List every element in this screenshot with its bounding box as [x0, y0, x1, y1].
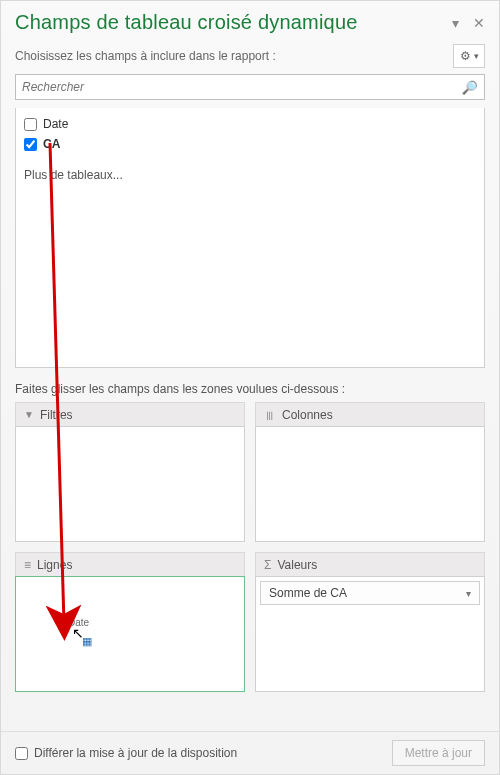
defer-checkbox[interactable]	[15, 747, 28, 760]
area-body-values[interactable]: Somme de CA ▾	[255, 576, 485, 692]
field-label: Date	[43, 117, 68, 131]
window-buttons: ▾ ✕	[452, 15, 485, 31]
columns-icon: ⫼	[264, 408, 276, 422]
field-checkbox-ca[interactable]	[24, 138, 37, 151]
area-rows: ≡ Lignes Date ↖ ▦	[15, 552, 245, 692]
search-box[interactable]: 🔍	[15, 74, 485, 100]
bottom-bar: Différer la mise à jour de la dispositio…	[1, 731, 499, 774]
drag-ghost-label: Date	[68, 617, 89, 628]
update-button: Mettre à jour	[392, 740, 485, 766]
area-label: Valeurs	[277, 558, 317, 572]
area-body-filters[interactable]	[15, 426, 245, 542]
field-checkbox-date[interactable]	[24, 118, 37, 131]
chevron-down-icon[interactable]: ▾	[466, 588, 471, 599]
sigma-icon: Σ	[264, 558, 271, 572]
area-header-values: Σ Valeurs	[255, 552, 485, 576]
drag-cursor-icon: ↖ ▦	[72, 625, 84, 641]
instruction-row: Choisissez les champs à inclure dans le …	[1, 40, 499, 74]
field-list: Date CA Plus de tableaux...	[15, 108, 485, 368]
pane-title: Champs de tableau croisé dynamique	[15, 11, 358, 34]
task-pane-options-icon[interactable]: ▾	[452, 15, 459, 31]
value-item-label: Somme de CA	[269, 586, 347, 600]
defer-layout-wrap[interactable]: Différer la mise à jour de la dispositio…	[15, 746, 237, 760]
pivot-field-pane: Champs de tableau croisé dynamique ▾ ✕ C…	[0, 0, 500, 775]
title-bar: Champs de tableau croisé dynamique ▾ ✕	[1, 1, 499, 40]
area-label: Lignes	[37, 558, 72, 572]
drag-instruction: Faites glisser les champs dans les zones…	[1, 368, 499, 402]
field-item-date[interactable]: Date	[24, 114, 476, 134]
area-columns: ⫼ Colonnes	[255, 402, 485, 542]
area-header-filters: ▼ Filtres	[15, 402, 245, 426]
area-header-rows: ≡ Lignes	[15, 552, 245, 576]
area-values: Σ Valeurs Somme de CA ▾	[255, 552, 485, 692]
filter-icon: ▼	[24, 409, 34, 420]
area-label: Colonnes	[282, 408, 333, 422]
area-header-columns: ⫼ Colonnes	[255, 402, 485, 426]
search-input[interactable]	[22, 80, 462, 94]
drop-areas: ▼ Filtres ⫼ Colonnes ≡ Lignes Date ↖ ▦	[1, 402, 499, 692]
field-label: CA	[43, 137, 60, 151]
chevron-down-icon: ▾	[474, 51, 479, 61]
rows-icon: ≡	[24, 558, 31, 572]
gear-icon: ⚙	[460, 49, 471, 63]
value-item-somme-ca[interactable]: Somme de CA ▾	[260, 581, 480, 605]
search-icon[interactable]: 🔍	[462, 80, 478, 95]
area-filters: ▼ Filtres	[15, 402, 245, 542]
area-body-rows[interactable]: Date ↖ ▦	[15, 576, 245, 692]
more-tables-link[interactable]: Plus de tableaux...	[24, 168, 476, 182]
field-instruction: Choisissez les champs à inclure dans le …	[15, 49, 276, 63]
defer-label: Différer la mise à jour de la dispositio…	[34, 746, 237, 760]
close-icon[interactable]: ✕	[473, 15, 485, 31]
area-body-columns[interactable]	[255, 426, 485, 542]
search-wrap: 🔍	[1, 74, 499, 108]
tools-button[interactable]: ⚙ ▾	[453, 44, 485, 68]
area-label: Filtres	[40, 408, 73, 422]
field-item-ca[interactable]: CA	[24, 134, 476, 154]
